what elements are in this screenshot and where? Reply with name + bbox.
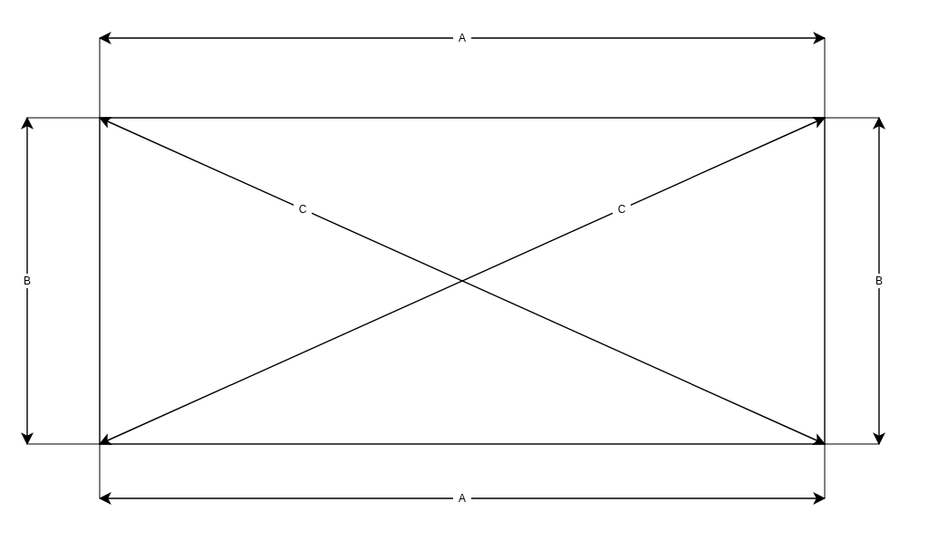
dim-label-width-top: A bbox=[453, 31, 471, 45]
svg-text:C: C bbox=[618, 203, 626, 216]
svg-text:B: B bbox=[24, 275, 31, 287]
dim-label-width-bottom: A bbox=[453, 491, 471, 506]
dim-label-diagonal-left: C bbox=[294, 202, 312, 217]
dim-label-height-right: B bbox=[870, 274, 888, 288]
svg-text:B: B bbox=[875, 275, 883, 287]
svg-text:A: A bbox=[459, 32, 466, 44]
dim-label-height-left: B bbox=[18, 274, 36, 288]
svg-text:A: A bbox=[459, 492, 466, 505]
dimension-diagram: AABBCC bbox=[0, 0, 928, 560]
svg-text:C: C bbox=[299, 203, 307, 216]
dim-label-diagonal-right: C bbox=[613, 202, 631, 217]
